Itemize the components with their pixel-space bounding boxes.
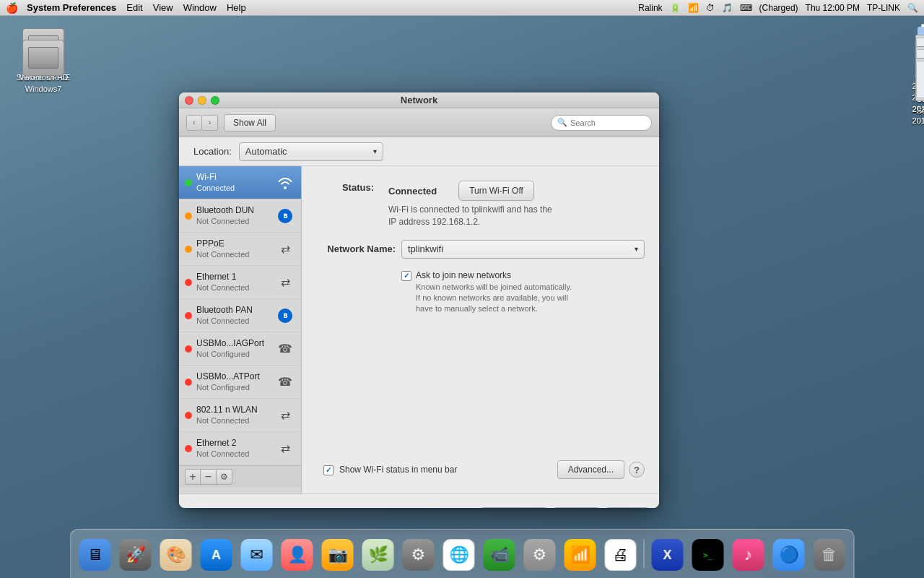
network-options-button[interactable]: ⚙ <box>217 469 232 485</box>
eth1-icon: ⇄ <box>275 272 295 293</box>
dock-launchpad[interactable]: 🚀 <box>117 536 154 574</box>
dock-chrome[interactable]: 🌐 <box>440 536 478 574</box>
printer-icon: 🖨 <box>605 539 637 571</box>
location-label: Location: <box>193 146 232 157</box>
menubar-ralink[interactable]: Ralink <box>638 3 662 13</box>
trash-icon: 🗑 <box>814 539 845 571</box>
revert-button[interactable]: Revert <box>553 507 600 509</box>
eth1-status-dot <box>185 279 192 286</box>
sidebar-item-80211[interactable]: 802.11 n WLAN Not Connected ⇄ <box>179 399 301 432</box>
dock-xcode[interactable]: X <box>649 536 687 574</box>
network-name-select[interactable]: tplinkwifi ▾ <box>401 240 645 259</box>
advanced-button[interactable]: Advanced... <box>557 460 624 479</box>
dock-scripts[interactable]: ⚙ <box>400 536 437 574</box>
menubar-power[interactable]: (Charged) <box>759 3 798 13</box>
show-all-button[interactable]: Show All <box>224 114 276 131</box>
iphoto2-icon: 🌿 <box>362 539 394 571</box>
menubar-search-icon[interactable]: 🔍 <box>907 3 918 13</box>
sysprefs-icon: ⚙ <box>524 539 556 571</box>
network-name-row: Network Name: tplinkwifi ▾ <box>316 240 645 259</box>
wlan-status-dot <box>185 412 192 419</box>
menubar-network-name[interactable]: TP-LINK <box>867 3 900 13</box>
bt-pan-sidebar-text: Bluetooth PAN Not Connected <box>196 305 275 327</box>
dock-printer[interactable]: 🖨 <box>602 536 640 574</box>
menubar-clock[interactable]: Thu 12:00 PM <box>806 3 860 13</box>
itunes-icon: ♪ <box>733 539 764 571</box>
sidebar-item-wifi[interactable]: Wi-Fi Connected <box>179 166 301 199</box>
sidebar-item-bluetooth-pan[interactable]: Bluetooth PAN Not Connected ʙ <box>179 299 301 332</box>
dock-trash[interactable]: 🗑 <box>811 536 848 574</box>
dock-wifi[interactable]: 📶 <box>562 536 599 574</box>
help-button[interactable]: ? <box>629 462 645 478</box>
ask-join-checkbox[interactable] <box>401 271 411 281</box>
menu-system-preferences[interactable]: System Preferences <box>27 2 116 13</box>
menu-help[interactable]: Help <box>227 2 246 13</box>
assist-me-button[interactable]: Assist me... <box>481 507 547 509</box>
dock-sysprefs[interactable]: ⚙ <box>521 536 559 574</box>
location-chevron-icon: ▾ <box>373 147 377 155</box>
bt-pan-icon: ʙ <box>275 306 295 326</box>
dock-facetime[interactable]: 📹 <box>481 536 518 574</box>
dock-photos[interactable]: 🎨 <box>157 536 195 574</box>
wifi-name: Wi-Fi <box>196 172 275 184</box>
dock-divider <box>644 539 645 568</box>
sidebar-item-ethernet2[interactable]: Ethernet 2 Not Connected ⇄ <box>179 432 301 465</box>
dock-iphoto1[interactable]: 📷 <box>319 536 357 574</box>
browser2-icon: 🔵 <box>773 539 805 571</box>
show-wifi-label: Show Wi-Fi status in menu bar <box>339 465 457 475</box>
network-window: Network ‹ › Show All 🔍 Location: Automat… <box>179 92 659 508</box>
lock-icon[interactable]: 🔒 <box>189 507 207 509</box>
close-button[interactable] <box>185 96 193 105</box>
dock-itunes[interactable]: ♪ <box>730 536 767 574</box>
turn-wifi-off-button[interactable]: Turn Wi-Fi Off <box>458 181 534 201</box>
dock-finder[interactable]: 🖥 <box>77 536 114 574</box>
pppoe-icon: ⇄ <box>275 239 295 259</box>
dock-appstore[interactable]: A <box>198 536 235 574</box>
menubar-timemachine[interactable]: ⏱ <box>706 3 715 13</box>
photos-icon: 🎨 <box>160 539 192 571</box>
back-button[interactable]: ‹ <box>186 115 202 131</box>
eth1-name: Ethernet 1 <box>196 272 275 283</box>
menubar-bluetooth[interactable]: 🎵 <box>722 3 733 13</box>
screenshot6-icon[interactable]: Screen Shot 2013-….M.png <box>910 56 924 126</box>
wifi-status: Connected <box>196 183 275 193</box>
menubar-battery[interactable]: 🔋 <box>670 3 681 13</box>
usbmo-iag-name: USBMo...IAGPort <box>196 338 275 350</box>
dock-contacts[interactable]: 👤 <box>279 536 316 574</box>
menubar-wifi[interactable]: 📶 <box>688 3 699 13</box>
apple-menu[interactable]: 🍎 <box>6 2 18 14</box>
menu-window[interactable]: Window <box>183 2 217 13</box>
usbmo-at-status: Not Configured <box>196 382 275 392</box>
search-input[interactable] <box>570 118 642 127</box>
remove-network-button[interactable]: − <box>201 469 217 485</box>
usbmo-at-name: USBMo...ATPort <box>196 371 275 383</box>
dock-iphoto2[interactable]: 🌿 <box>359 536 397 574</box>
status-info: Connected Turn Wi-Fi Off Wi-Fi is connec… <box>388 181 552 228</box>
add-network-button[interactable]: + <box>185 469 201 485</box>
apply-button[interactable]: Apply <box>606 507 649 509</box>
sidebar-item-bluetooth-dun[interactable]: Bluetooth DUN Not Connected ʙ <box>179 199 301 233</box>
maximize-button[interactable] <box>211 96 219 105</box>
menubar-items: System Preferences Edit View Window Help <box>27 2 246 13</box>
pppoe-name: PPPoE <box>196 238 275 250</box>
menu-edit[interactable]: Edit <box>126 2 142 13</box>
location-select[interactable]: Automatic ▾ <box>239 142 383 161</box>
dock-terminal[interactable]: >_ <box>689 536 727 574</box>
sidebar-item-ethernet1[interactable]: Ethernet 1 Not Connected ⇄ <box>179 266 301 299</box>
ask-join-description: Known networks will be joined automatica… <box>416 282 572 315</box>
wlan-name: 802.11 n WLAN <box>196 405 275 416</box>
sidebar-item-usbmo-iag[interactable]: USBMo...IAGPort Not Configured ☎ <box>179 332 301 366</box>
sidebar-item-usbmo-at[interactable]: USBMo...ATPort Not Configured ☎ <box>179 366 301 399</box>
show-wifi-checkbox[interactable] <box>323 465 334 475</box>
search-box[interactable]: 🔍 <box>551 115 652 131</box>
dock-mail[interactable]: ✉ <box>238 536 276 574</box>
sidebar-item-pppoe[interactable]: PPPoE Not Connected ⇄ <box>179 233 301 266</box>
wifi-icon <box>275 173 295 193</box>
eth2-icon: ⇄ <box>275 439 295 459</box>
menu-view[interactable]: View <box>153 2 173 13</box>
windows7-icon[interactable]: Windows7 <box>14 35 72 94</box>
forward-button[interactable]: › <box>202 115 218 131</box>
menubar-keyboard[interactable]: ⌨ <box>740 3 752 13</box>
minimize-button[interactable] <box>198 96 206 105</box>
dock-browser2[interactable]: 🔵 <box>770 536 808 574</box>
